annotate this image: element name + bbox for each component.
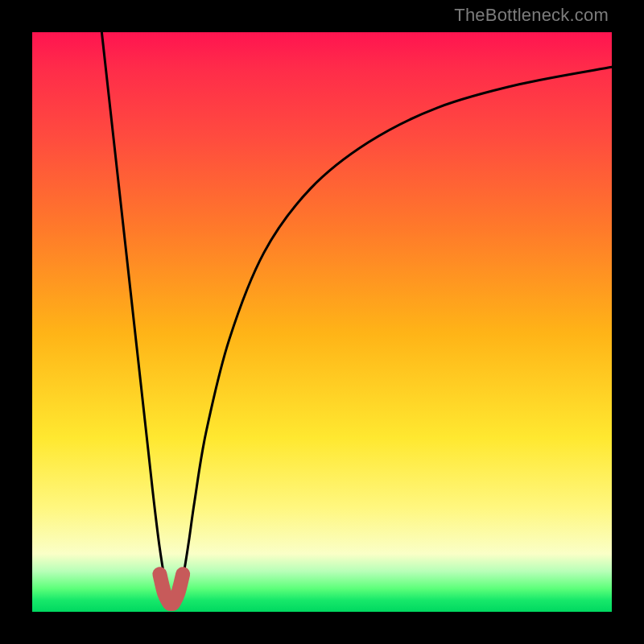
bottleneck-curve (101, 32, 612, 601)
attribution-text: TheBottleneck.com (454, 5, 609, 26)
chart-svg (32, 32, 612, 612)
optimum-marker (159, 574, 183, 604)
plot-area (32, 32, 612, 612)
chart-frame: TheBottleneck.com (0, 0, 644, 644)
